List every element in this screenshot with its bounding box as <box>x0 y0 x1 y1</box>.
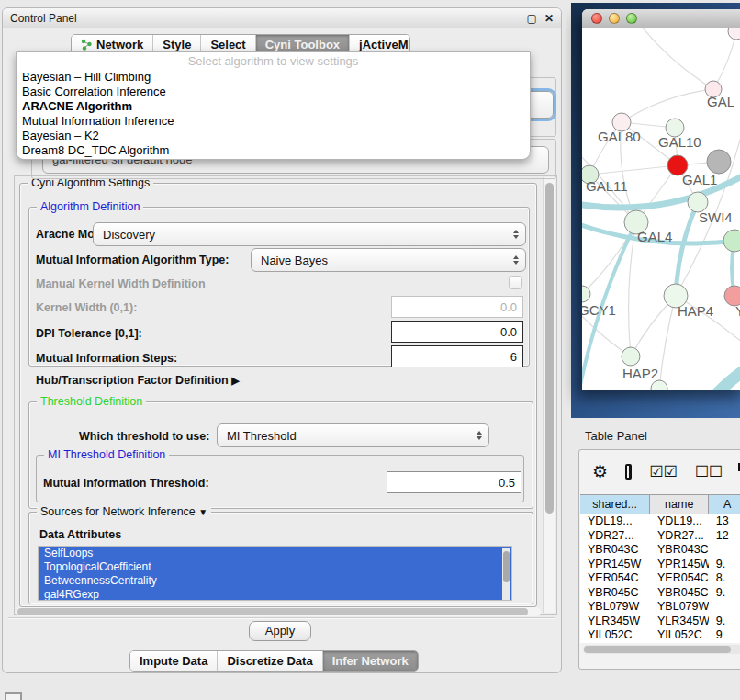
network-node[interactable] <box>651 380 667 390</box>
combo-stepper-icon <box>477 431 485 440</box>
data-attributes-label: Data Attributes <box>39 528 121 541</box>
tab-infer-network[interactable]: Infer Network <box>323 651 418 671</box>
kernel-width-field[interactable] <box>391 296 523 318</box>
manual-kernel-width-checkbox[interactable] <box>509 276 522 289</box>
algorithm-popup-list: Bayesian – Hill ClimbingBasic Correlatio… <box>17 70 530 158</box>
mi-threshold-field[interactable] <box>387 471 521 493</box>
mi-steps-field[interactable] <box>391 345 523 367</box>
tab-style-label: Style <box>163 38 191 51</box>
table-cell: YDL19... <box>580 514 650 529</box>
table-row[interactable]: YDR27...YDR27...12 <box>580 529 740 544</box>
network-canvas[interactable]: GALGAL80GAL10GAL1GAL11SWI4GAL4GCY1HAP4YH… <box>582 28 740 390</box>
network-edge[interactable] <box>589 165 678 175</box>
tab-impute-data[interactable]: Impute Data <box>130 651 218 671</box>
sources-title-text: Sources for Network Inference <box>40 505 196 518</box>
close-window-icon[interactable]: ✕ <box>544 13 554 24</box>
collapsed-panel-icon[interactable] <box>5 692 22 700</box>
algorithm-option[interactable]: Bayesian – K2 <box>17 129 530 143</box>
aracne-mode-combo[interactable]: Discovery <box>93 222 526 246</box>
data-attribute-item[interactable]: gal4RGexp <box>39 588 511 601</box>
algorithm-option[interactable]: Dream8 DC_TDC Algorithm <box>17 143 530 158</box>
table-row[interactable]: YLR345WYLR345W9. <box>580 615 740 629</box>
mi-threshold-label: Mutual Information Threshold: <box>43 477 209 490</box>
mi-steps-label: Mutual Information Steps: <box>36 352 177 365</box>
data-attributes-list[interactable]: SelfLoopsTopologicalCoefficientBetweenne… <box>38 546 512 601</box>
table-cell: YER054C <box>580 571 650 586</box>
sources-group-title[interactable]: Sources for Network Inference ▼ <box>37 505 211 518</box>
tab-impute-data-label: Impute Data <box>140 654 207 668</box>
table-horizontal-scrollbar[interactable] <box>583 645 740 654</box>
data-attribute-item[interactable]: TopologicalCoefficient <box>39 560 511 574</box>
algorithm-option[interactable]: Basic Correlation Inference <box>17 85 530 99</box>
close-traffic-light-icon[interactable] <box>591 13 602 24</box>
scrollbar-thumb[interactable] <box>503 551 510 582</box>
aracne-mode-value: Discovery <box>103 228 513 242</box>
table-cell: YBR045C <box>650 586 709 601</box>
network-edge[interactable] <box>637 28 713 89</box>
network-node[interactable] <box>723 230 740 252</box>
network-node-label: GAL80 <box>598 129 641 144</box>
network-edge[interactable] <box>700 359 740 390</box>
table-row[interactable]: YPR145WYPR145W9. <box>580 558 740 572</box>
network-view-window: GALGAL80GAL10GAL1GAL11SWI4GAL4GCY1HAP4YH… <box>582 9 740 390</box>
network-edge[interactable] <box>622 89 713 122</box>
tab-discretize-data[interactable]: Discretize Data <box>218 651 322 671</box>
table-row[interactable]: YBR045CYBR045C9. <box>580 586 740 601</box>
apply-button[interactable]: Apply <box>249 621 311 641</box>
table-cell: YBL079W <box>580 600 650 615</box>
which-threshold-combo[interactable]: MI Threshold <box>217 423 489 447</box>
network-node[interactable] <box>707 150 731 174</box>
checked-boxes-icon[interactable]: ☑☑ <box>649 464 677 480</box>
scrollbar-thumb[interactable] <box>17 608 528 615</box>
minimize-traffic-light-icon[interactable] <box>609 13 620 24</box>
network-node[interactable] <box>582 286 590 302</box>
chevron-down-icon: ▼ <box>198 507 207 517</box>
mi-algorithm-type-value: Naive Bayes <box>261 254 513 267</box>
node-table-box: ⚙ ☑☑ ☐☐ shared...nameA YDL19...YDL19...1… <box>578 449 740 670</box>
unchecked-boxes-icon[interactable]: ☐☐ <box>695 464 723 480</box>
network-node-label: HAP4 <box>678 303 713 319</box>
settings-horizontal-scrollbar[interactable] <box>16 607 541 616</box>
hub-definition-expander[interactable]: Hub/Transcription Factor Definition ▶ <box>36 374 240 387</box>
zoom-traffic-light-icon[interactable] <box>626 13 637 24</box>
node-table[interactable]: shared...nameA YDL19...YDL19...13YDR27..… <box>580 494 740 643</box>
table-row[interactable]: YBR043CYBR043C <box>580 543 740 558</box>
table-row[interactable]: YDL19...YDL19...13 <box>580 514 740 529</box>
network-node[interactable] <box>622 347 640 366</box>
table-column-header[interactable]: name <box>650 495 709 514</box>
dpi-tolerance-field[interactable] <box>391 321 523 343</box>
network-icon <box>81 39 93 51</box>
settings-vertical-scrollbar[interactable] <box>543 177 555 613</box>
table-cell <box>709 600 740 615</box>
attributes-scrollbar[interactable] <box>502 548 510 601</box>
algorithm-dropdown-popup: Select algorithm to view settings Bayesi… <box>16 51 531 160</box>
table-row[interactable]: YIL052CYIL052C9 <box>580 628 740 643</box>
hub-definition-label: Hub/Transcription Factor Definition <box>36 374 229 387</box>
table-column-header[interactable]: A <box>709 495 740 514</box>
control-panel-window: Control Panel ▢ ✕ Network Style <box>2 7 562 673</box>
float-window-icon[interactable]: ▢ <box>527 13 537 24</box>
table-row[interactable]: YER054CYER054C8. <box>580 571 740 586</box>
algorithm-option[interactable]: Mutual Information Inference <box>17 114 530 129</box>
table-cell: YIL052C <box>650 628 709 643</box>
scrollbar-thumb[interactable] <box>545 183 554 514</box>
data-attribute-item[interactable]: SelfLoops <box>39 547 511 560</box>
table-cell: YBR045C <box>580 586 650 601</box>
threshold-definition-title: Threshold Definition <box>37 395 146 408</box>
algorithm-option[interactable]: ARACNE Algorithm <box>17 99 530 114</box>
table-cell: YPR145W <box>580 558 650 572</box>
table-cell: 9. <box>709 615 740 629</box>
columns-icon[interactable] <box>625 464 632 480</box>
mi-algorithm-type-combo[interactable]: Naive Bayes <box>251 248 526 272</box>
network-edge[interactable] <box>676 202 698 296</box>
network-edge[interactable] <box>713 31 736 89</box>
network-node[interactable] <box>728 28 740 40</box>
network-edge[interactable] <box>629 222 636 356</box>
gear-icon[interactable]: ⚙ <box>592 464 608 480</box>
table-row[interactable]: YBL079WYBL079W <box>580 600 740 615</box>
algorithm-option[interactable]: Bayesian – Hill Climbing <box>17 70 530 85</box>
table-column-header[interactable]: shared... <box>580 495 650 514</box>
scrollbar-thumb[interactable] <box>584 646 731 653</box>
data-attribute-item[interactable]: BetweennessCentrality <box>39 574 511 588</box>
network-edge[interactable] <box>659 296 676 389</box>
